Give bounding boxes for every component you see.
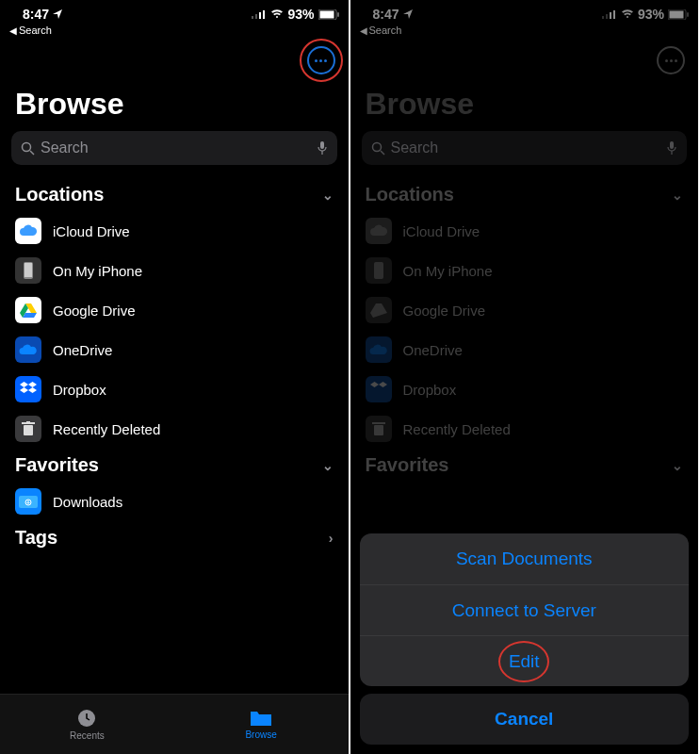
- tab-bar: Recents Browse: [0, 694, 349, 754]
- locations-header: Locations ⌄: [350, 178, 699, 211]
- back-label: Search: [19, 25, 52, 36]
- trash-icon: [15, 416, 41, 442]
- battery-icon: [318, 9, 339, 20]
- tab-browse[interactable]: Browse: [174, 695, 349, 754]
- location-onedrive: OneDrive: [350, 330, 699, 369]
- dropbox-icon: [366, 376, 392, 402]
- favorites-header[interactable]: Favorites ⌄: [0, 449, 349, 482]
- dropbox-icon: [15, 376, 41, 402]
- chevron-right-icon: ›: [329, 531, 334, 546]
- svg-rect-31: [670, 10, 684, 18]
- downloads-folder-icon: [15, 488, 41, 515]
- location-recently-deleted: Recently Deleted: [350, 409, 699, 449]
- location-on-my-iphone[interactable]: On My iPhone: [0, 251, 349, 290]
- svg-rect-42: [372, 422, 385, 424]
- onedrive-icon: [366, 336, 392, 363]
- svg-rect-32: [687, 12, 689, 17]
- action-sheet: Scan Documents Connect to Server Edit Ca…: [360, 533, 690, 745]
- more-button[interactable]: [307, 46, 335, 74]
- tags-header[interactable]: Tags ›: [0, 521, 349, 554]
- svg-rect-9: [320, 141, 324, 149]
- svg-rect-1: [255, 14, 257, 19]
- action-connect-to-server[interactable]: Connect to Server: [360, 584, 690, 635]
- location-dropbox: Dropbox: [350, 369, 699, 409]
- more-button[interactable]: [657, 46, 685, 74]
- svg-rect-29: [613, 10, 615, 19]
- svg-rect-0: [252, 16, 253, 19]
- google-drive-icon: [366, 297, 392, 323]
- search-placeholder: Search: [41, 139, 89, 156]
- status-time: 8:47: [373, 7, 399, 22]
- wifi-icon: [270, 9, 284, 19]
- svg-rect-35: [670, 141, 674, 149]
- action-sheet-group: Scan Documents Connect to Server Edit: [360, 533, 690, 686]
- back-to-search[interactable]: ◀ Search: [0, 25, 349, 40]
- tab-recents[interactable]: Recents: [0, 695, 174, 754]
- svg-rect-28: [610, 12, 611, 19]
- svg-rect-2: [259, 12, 261, 19]
- svg-line-8: [30, 151, 34, 155]
- chevron-down-icon: ⌄: [672, 458, 683, 473]
- svg-rect-5: [319, 10, 334, 18]
- chevron-down-icon: ⌄: [322, 188, 334, 203]
- search-placeholder: Search: [391, 139, 439, 156]
- svg-point-7: [23, 142, 31, 151]
- svg-rect-41: [374, 425, 383, 435]
- location-icloud-drive: iCloud Drive: [350, 211, 699, 251]
- search-input[interactable]: Search: [11, 131, 337, 165]
- search-input: Search: [362, 131, 688, 165]
- back-to-search[interactable]: ◀ Search: [350, 25, 699, 40]
- svg-rect-12: [24, 263, 32, 277]
- location-recently-deleted[interactable]: Recently Deleted: [0, 409, 349, 449]
- location-icon: [53, 9, 62, 19]
- battery-icon: [668, 9, 689, 20]
- svg-rect-37: [374, 262, 383, 279]
- screen-browse-actionsheet: 8:47 93% ◀ Search Browse Search: [350, 0, 701, 754]
- svg-rect-22: [26, 421, 30, 423]
- action-scan-documents[interactable]: Scan Documents: [360, 533, 690, 584]
- screen-browse-main: 8:47 93% ◀ Search Browse: [0, 0, 350, 754]
- svg-marker-16: [20, 382, 28, 387]
- svg-point-33: [372, 142, 381, 151]
- action-cancel[interactable]: Cancel: [360, 694, 690, 745]
- svg-marker-40: [379, 382, 387, 387]
- location-google-drive[interactable]: Google Drive: [0, 290, 349, 330]
- folder-icon: [250, 709, 272, 728]
- location-on-my-iphone: On My iPhone: [350, 251, 699, 290]
- location-icon: [403, 9, 413, 19]
- status-bar: 8:47 93%: [0, 0, 349, 25]
- location-dropbox[interactable]: Dropbox: [0, 369, 349, 409]
- svg-rect-3: [263, 10, 265, 19]
- status-bar: 8:47 93%: [350, 0, 699, 25]
- page-title: Browse: [0, 81, 349, 131]
- mic-icon[interactable]: [317, 140, 328, 156]
- search-icon: [21, 141, 35, 156]
- back-label: Search: [369, 25, 402, 36]
- back-caret-icon: ◀: [9, 25, 17, 36]
- battery-percent: 93%: [287, 7, 314, 22]
- iphone-icon: [366, 257, 392, 284]
- battery-percent: 93%: [638, 7, 664, 22]
- back-caret-icon: ◀: [360, 25, 367, 36]
- location-google-drive: Google Drive: [350, 290, 699, 330]
- favorite-downloads[interactable]: Downloads: [0, 482, 349, 521]
- search-icon: [371, 141, 385, 156]
- location-icloud-drive[interactable]: iCloud Drive: [0, 211, 349, 251]
- icloud-icon: [15, 218, 41, 244]
- clock-icon: [76, 708, 97, 729]
- trash-icon: [366, 416, 392, 442]
- google-drive-icon: [15, 297, 41, 323]
- svg-marker-17: [28, 382, 37, 387]
- more-dots-icon: [665, 59, 677, 62]
- svg-rect-6: [337, 12, 339, 17]
- mic-icon: [666, 140, 677, 156]
- cell-signal-icon: [252, 9, 267, 19]
- onedrive-icon: [15, 336, 41, 363]
- chevron-down-icon: ⌄: [322, 458, 334, 473]
- wifi-icon: [621, 9, 634, 19]
- locations-header[interactable]: Locations ⌄: [0, 178, 349, 211]
- cell-signal-icon: [602, 9, 617, 19]
- svg-marker-18: [20, 387, 28, 393]
- location-onedrive[interactable]: OneDrive: [0, 330, 349, 369]
- action-edit[interactable]: Edit: [360, 635, 690, 686]
